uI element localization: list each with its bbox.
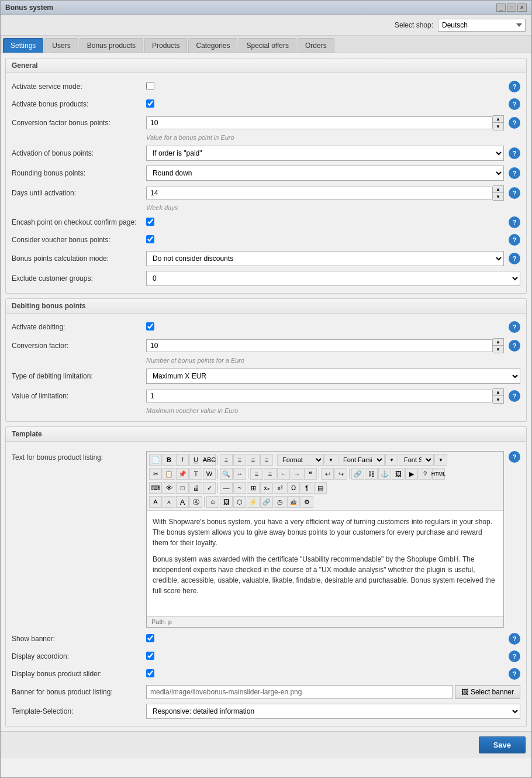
show-banner-help[interactable]: ? [509, 633, 520, 645]
conversion-factor-input[interactable] [146, 116, 493, 129]
editor-lnk[interactable]: 🔗 [260, 496, 273, 508]
editor-insert-img[interactable]: 🖼 [220, 496, 233, 508]
show-banner-checkbox[interactable] [146, 634, 154, 642]
type-limitation-select[interactable]: Maximum X EUR [146, 369, 520, 384]
encash-checkbox[interactable] [146, 218, 154, 226]
activate-service-checkbox[interactable] [146, 82, 154, 90]
days-activation-help[interactable]: ? [509, 187, 520, 199]
days-activation-down[interactable]: ▼ [493, 193, 503, 200]
editor-paste-text[interactable]: T [189, 468, 202, 480]
tab-orders[interactable]: Orders [298, 38, 334, 53]
calculation-select[interactable]: Do not consider discounts [146, 251, 504, 266]
rounding-help[interactable]: ? [509, 167, 520, 179]
editor-ol[interactable]: ≡ [264, 468, 277, 480]
template-selection-select[interactable]: Responsive: detailed information [146, 704, 520, 719]
editor-print[interactable]: 🖨 [189, 482, 202, 494]
editor-size-down[interactable]: ▼ [434, 454, 447, 466]
editor-image[interactable]: 🖼 [392, 468, 405, 480]
editor-source[interactable]: ⌨ [149, 482, 162, 494]
editor-format-select[interactable]: Format [277, 454, 324, 466]
editor-sup[interactable]: x² [274, 482, 286, 494]
text-bonus-help[interactable]: ? [509, 451, 520, 463]
display-slider-checkbox[interactable] [146, 669, 154, 677]
editor-format-down[interactable]: ▼ [324, 454, 337, 466]
debiting-conversion-help[interactable]: ? [509, 340, 520, 352]
editor-unlink[interactable]: ⛓ [365, 468, 378, 480]
editor-emoticon[interactable]: ☺ [206, 496, 219, 508]
debiting-conversion-input[interactable] [146, 339, 493, 352]
value-limitation-up[interactable]: ▲ [493, 389, 503, 396]
shop-selector[interactable]: Deutsch [438, 19, 526, 32]
editor-size-select[interactable]: Font Size [399, 454, 434, 466]
editor-btn-align-justify[interactable]: ≡ [260, 454, 273, 466]
editor-btn-file[interactable]: 📄 [149, 454, 162, 466]
conversion-factor-up[interactable]: ▲ [493, 116, 503, 123]
editor-sub[interactable]: x₂ [260, 482, 273, 494]
editor-color-a[interactable]: A [149, 496, 162, 508]
editor-link[interactable]: 🔗 [351, 468, 364, 480]
editor-anchor[interactable]: ⚓ [378, 468, 391, 480]
editor-special[interactable]: ~ [233, 482, 246, 494]
editor-remove-format[interactable]: Ⓐ [189, 496, 202, 508]
value-limitation-down[interactable]: ▼ [493, 396, 503, 403]
activate-debiting-help[interactable]: ? [509, 321, 520, 333]
activate-service-help[interactable]: ? [509, 81, 520, 92]
editor-btn-bold[interactable]: B [163, 454, 175, 466]
editor-help[interactable]: ? [419, 468, 431, 480]
editor-find[interactable]: 🔍 [220, 468, 233, 480]
editor-btn-underline[interactable]: U [189, 454, 202, 466]
editor-preview[interactable]: 👁 [163, 482, 175, 494]
days-activation-input[interactable] [146, 187, 493, 199]
editor-btn-align-center[interactable]: ≡ [233, 454, 246, 466]
editor-indent-dec[interactable]: ← [277, 468, 290, 480]
editor-hr[interactable]: — [220, 482, 233, 494]
editor-ul[interactable]: ≡ [250, 468, 263, 480]
voucher-checkbox[interactable] [146, 235, 154, 243]
editor-media[interactable]: ▶ [405, 468, 418, 480]
editor-blocks[interactable]: ▤ [314, 482, 327, 494]
activation-bonus-select[interactable]: If order is "paid" [146, 146, 504, 161]
value-limitation-help[interactable]: ? [509, 390, 520, 402]
close-button[interactable]: ✕ [517, 4, 527, 12]
debiting-conversion-down[interactable]: ▼ [493, 346, 503, 353]
activate-debiting-checkbox[interactable] [146, 322, 154, 331]
restore-button[interactable]: □ [507, 4, 516, 12]
rounding-select[interactable]: Round down [146, 166, 504, 181]
activation-bonus-help[interactable]: ? [509, 147, 520, 159]
editor-paste[interactable]: 📌 [176, 468, 189, 480]
select-banner-button[interactable]: 🖼 Select banner [455, 685, 520, 699]
tab-products[interactable]: Products [144, 38, 187, 53]
editor-btn-align-left[interactable]: ≡ [220, 454, 233, 466]
editor-template[interactable]: □ [176, 482, 189, 494]
activate-bonus-checkbox[interactable] [146, 99, 154, 108]
editor-extra[interactable]: ⚙ [300, 496, 313, 508]
editor-cut[interactable]: ✂ [149, 468, 162, 480]
editor-font-large[interactable]: A [176, 496, 189, 508]
display-accordion-help[interactable]: ? [509, 650, 520, 662]
editor-indent-inc[interactable]: → [291, 468, 303, 480]
activate-bonus-help[interactable]: ? [509, 98, 520, 110]
display-accordion-checkbox[interactable] [146, 652, 154, 660]
editor-replace[interactable]: ↔ [233, 468, 246, 480]
editor-flash[interactable]: ⚡ [247, 496, 260, 508]
exclude-groups-select[interactable]: 0 [146, 271, 520, 286]
tab-bonus-products[interactable]: Bonus products [80, 38, 143, 53]
editor-table[interactable]: ⊞ [247, 482, 260, 494]
editor-body[interactable]: With Shopware's bonus system, you have a… [147, 511, 503, 616]
editor-family-down[interactable]: ▼ [385, 454, 398, 466]
editor-btn-strike[interactable]: ABC [203, 454, 216, 466]
conversion-factor-help[interactable]: ? [509, 117, 520, 129]
conversion-factor-down[interactable]: ▼ [493, 123, 503, 130]
editor-pilcrow[interactable]: ¶ [300, 482, 313, 494]
editor-blockquote[interactable]: ❝ [304, 468, 317, 480]
editor-font-small[interactable]: A [163, 496, 175, 508]
editor-html[interactable]: HTML [432, 468, 445, 480]
editor-lnk2[interactable]: ◷ [274, 496, 286, 508]
editor-paste-word[interactable]: W [203, 468, 216, 480]
tab-categories[interactable]: Categories [188, 38, 237, 53]
editor-iframe[interactable]: ⬡ [233, 496, 246, 508]
save-button[interactable]: Save [479, 736, 526, 753]
editor-family-select[interactable]: Font Family [338, 454, 385, 466]
tab-special-offers[interactable]: Special offers [239, 38, 296, 53]
editor-undo[interactable]: ↩ [321, 468, 334, 480]
